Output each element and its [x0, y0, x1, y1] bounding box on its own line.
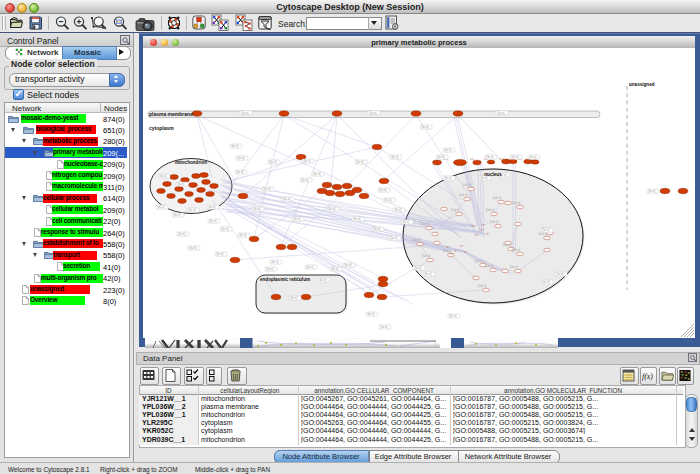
- svg-text:mitochondrion: mitochondrion: [175, 160, 207, 165]
- svg-text:[la e]: [la e]: [238, 156, 245, 160]
- svg-text:[la e]: [la e]: [557, 272, 564, 276]
- svg-text:~e~: ~e~: [459, 244, 464, 248]
- svg-text:[la e]: [la e]: [543, 280, 550, 284]
- svg-text:[la e]: [la e]: [178, 182, 185, 186]
- svg-text:[la e]: [la e]: [291, 296, 298, 300]
- svg-text:[la e]: [la e]: [254, 207, 261, 211]
- svg-text:~e~: ~e~: [481, 223, 486, 227]
- svg-text:f(x): f(x): [642, 372, 653, 381]
- svg-text:[lab e]: [lab e]: [539, 232, 547, 236]
- svg-text:[la e]: [la e]: [332, 267, 339, 271]
- svg-text:[la e]: [la e]: [222, 227, 229, 231]
- svg-text:~e~: ~e~: [474, 233, 479, 237]
- svg-text:[la e]: [la e]: [649, 189, 656, 193]
- svg-text:[la e]: [la e]: [264, 187, 271, 191]
- svg-text:[lab e]: [lab e]: [490, 220, 498, 224]
- svg-text:unassigned: unassigned: [629, 82, 655, 87]
- svg-text:[la e]: [la e]: [232, 144, 239, 148]
- svg-text:[la e]: [la e]: [272, 260, 279, 264]
- svg-text:x-x: x-x: [470, 157, 474, 161]
- svg-text:[la e]: [la e]: [374, 227, 381, 231]
- svg-text:[lab e]: [lab e]: [421, 222, 429, 226]
- svg-text:[lab e]: [lab e]: [493, 196, 501, 200]
- svg-text:[la e]: [la e]: [160, 174, 167, 178]
- svg-text:[la e]: [la e]: [445, 148, 452, 152]
- svg-text:nucleus: nucleus: [484, 172, 502, 177]
- svg-text:[la e]: [la e]: [237, 170, 244, 174]
- svg-text:[la e]: [la e]: [370, 111, 377, 115]
- svg-text:[la e]: [la e]: [267, 267, 274, 271]
- svg-text:[lab e]: [lab e]: [503, 243, 511, 247]
- svg-text:x-x: x-x: [499, 157, 503, 161]
- svg-text:[la e]: [la e]: [498, 111, 505, 115]
- svg-text:[la e]: [la e]: [242, 111, 249, 115]
- svg-text:[lab e]: [lab e]: [486, 208, 494, 212]
- svg-text:[la e]: [la e]: [174, 213, 181, 217]
- svg-text:[lab e]: [lab e]: [459, 193, 467, 197]
- svg-text:[la e]: [la e]: [284, 197, 291, 201]
- svg-text:cytoplasm: cytoplasm: [149, 125, 174, 131]
- svg-text:[la e]: [la e]: [217, 252, 224, 256]
- svg-text:[la e]: [la e]: [294, 217, 301, 221]
- svg-text:[la e]: [la e]: [445, 176, 452, 180]
- svg-text:[la e]: [la e]: [422, 125, 429, 129]
- svg-text:~e~: ~e~: [471, 224, 476, 228]
- svg-text:[la e]: [la e]: [179, 232, 186, 236]
- svg-text:[la e]: [la e]: [391, 236, 398, 240]
- svg-text:[lab e]: [lab e]: [422, 254, 430, 258]
- svg-text:[la e]: [la e]: [395, 208, 402, 212]
- svg-text:[la e]: [la e]: [487, 155, 494, 159]
- svg-text:[la e]: [la e]: [329, 207, 336, 211]
- svg-text:[la e]: [la e]: [530, 155, 537, 159]
- svg-text:[la e]: [la e]: [314, 172, 321, 176]
- svg-text:~e~: ~e~: [479, 228, 484, 232]
- svg-text:plasma membrane: plasma membrane: [149, 111, 193, 117]
- svg-text:[la e]: [la e]: [320, 278, 327, 282]
- svg-text:[la e]: [la e]: [240, 233, 247, 237]
- svg-text:[la e]: [la e]: [450, 314, 457, 318]
- svg-text:~e~: ~e~: [463, 250, 468, 254]
- svg-text:[lab e]: [lab e]: [485, 264, 493, 268]
- svg-text:[lab e]: [lab e]: [512, 248, 520, 252]
- svg-text:[lab e]: [lab e]: [478, 284, 486, 288]
- svg-text:[la e]: [la e]: [425, 272, 432, 276]
- svg-text:~e~: ~e~: [445, 245, 450, 249]
- svg-text:[la e]: [la e]: [403, 220, 410, 224]
- svg-text:[la e]: [la e]: [158, 205, 165, 209]
- svg-text:[lab e]: [lab e]: [475, 259, 483, 263]
- svg-text:[la e]: [la e]: [307, 265, 314, 269]
- svg-text:~e~: ~e~: [485, 232, 490, 236]
- svg-text:[la e]: [la e]: [304, 159, 311, 163]
- svg-text:[la e]: [la e]: [392, 155, 399, 159]
- svg-text:[la e]: [la e]: [415, 266, 422, 270]
- svg-text:[la e]: [la e]: [210, 219, 217, 223]
- svg-text:[la e]: [la e]: [209, 205, 216, 209]
- svg-text:[la e]: [la e]: [270, 160, 277, 164]
- svg-text:[la e]: [la e]: [543, 228, 550, 232]
- svg-text:[la e]: [la e]: [380, 188, 387, 192]
- svg-text:[lab e]: [lab e]: [512, 201, 520, 205]
- svg-text:[la e]: [la e]: [385, 198, 392, 202]
- svg-text:[la e]: [la e]: [512, 155, 519, 159]
- svg-text:[la e]: [la e]: [354, 217, 361, 221]
- svg-text:[lab e]: [lab e]: [451, 208, 459, 212]
- svg-text:[la e]: [la e]: [368, 312, 375, 316]
- svg-text:[la e]: [la e]: [345, 263, 352, 267]
- svg-text:[lab e]: [lab e]: [463, 183, 471, 187]
- svg-text:[la e]: [la e]: [438, 155, 445, 159]
- svg-text:~e~: ~e~: [449, 252, 454, 256]
- svg-text:[la e]: [la e]: [381, 325, 388, 329]
- svg-text:[la e]: [la e]: [190, 246, 197, 250]
- svg-text:[lab e]: [lab e]: [510, 265, 518, 269]
- svg-text:[lab e]: [lab e]: [412, 238, 420, 242]
- svg-text:[la e]: [la e]: [189, 208, 196, 212]
- svg-text:[la e]: [la e]: [302, 178, 309, 182]
- svg-text:[la e]: [la e]: [357, 160, 364, 164]
- svg-text:endoplasmic reticulum: endoplasmic reticulum: [260, 277, 310, 282]
